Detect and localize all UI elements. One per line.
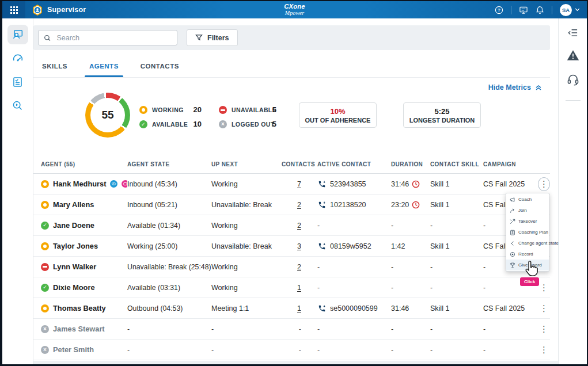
- contacts-count-link[interactable]: 3: [297, 242, 301, 250]
- contacts-cell: 2: [282, 201, 312, 209]
- contact-skill-cell: -: [426, 325, 481, 333]
- agent-row[interactable]: ×James Stewart-------⋮: [33, 319, 550, 340]
- agent-row[interactable]: Mary AllensInbound (05:21)Unavailable: B…: [33, 195, 550, 215]
- agent-status-working-icon: [41, 201, 49, 209]
- row-actions-menu-button[interactable]: ⋮: [538, 281, 550, 295]
- voice-connection-button[interactable]: [567, 73, 579, 86]
- contacts-count-link[interactable]: 2: [297, 201, 301, 209]
- row-actions-menu-button[interactable]: ⋮: [538, 302, 550, 315]
- contact-skill-cell: -: [426, 284, 481, 292]
- menu-item-give-award[interactable]: Give Award: [506, 260, 549, 270]
- sidebar-item-search-recordings[interactable]: [7, 96, 28, 115]
- contacts-count-link[interactable]: 1: [297, 284, 301, 292]
- window-frame: Supervisor CXone Mpower ? SA: [0, 0, 588, 366]
- column-agent[interactable]: AGENT (55): [41, 161, 127, 167]
- active-contact-cell: -: [312, 263, 390, 271]
- active-contact-cell: 102138520: [312, 201, 390, 209]
- menu-item-takeover[interactable]: Takeover: [506, 216, 549, 227]
- tab-agents[interactable]: AGENTS: [82, 55, 126, 77]
- coaching-plan-icon: [510, 230, 515, 235]
- agent-name: Taylor Jones: [53, 242, 98, 250]
- column-contact-skill[interactable]: CONTACT SKILL: [426, 161, 481, 167]
- column-contacts[interactable]: CONTACTS: [282, 161, 312, 167]
- duration-cell: 31:46: [390, 180, 426, 188]
- column-active-contact[interactable]: ACTIVE CONTACT: [312, 161, 390, 167]
- agent-state-cell: Inbound (45:34): [127, 180, 211, 188]
- column-duration[interactable]: DURATION: [390, 161, 426, 167]
- phone-inbound-icon: [317, 201, 327, 209]
- menu-item-record[interactable]: Record: [506, 249, 549, 260]
- phone-inbound-icon: [317, 242, 327, 250]
- user-menu-button[interactable]: SA: [560, 4, 580, 16]
- screen-share-icon: [519, 6, 528, 14]
- app-launcher-button[interactable]: [2, 1, 25, 18]
- column-up-next[interactable]: UP NEXT: [211, 161, 282, 167]
- takeover-arrow-icon: [510, 219, 515, 224]
- agent-row[interactable]: Lynn WalkerUnavailable: Break (25:48)Wor…: [33, 257, 550, 277]
- menu-item-coach[interactable]: Coach: [506, 194, 549, 205]
- record-icon: [510, 251, 515, 257]
- contacts-count-link[interactable]: 2: [297, 263, 301, 271]
- megaphone-icon: [510, 197, 515, 203]
- active-contact-cell: -: [312, 284, 390, 292]
- contacts-count-link[interactable]: 2: [297, 222, 301, 230]
- help-button[interactable]: ?: [495, 6, 503, 14]
- active-contact-number: 102138520: [330, 201, 366, 209]
- top-bar-actions: ? SA: [495, 4, 587, 16]
- sidebar-item-dashboard[interactable]: [7, 48, 28, 68]
- menu-item-change-agent-state[interactable]: Change agent state: [506, 238, 549, 249]
- row-actions-menu-button[interactable]: ⋮: [538, 177, 550, 191]
- contacts-count-link[interactable]: 1: [297, 304, 301, 312]
- agent-row[interactable]: ✓Dixie MooreAvailable (03:31)Working1---…: [33, 277, 550, 298]
- agent-row[interactable]: Thomas BeattyOutbound (04:53)Meeting 1:1…: [33, 298, 550, 319]
- screen-share-button[interactable]: [519, 6, 528, 14]
- agent-row[interactable]: Taylor JonesWorking (25:00)Unavailable: …: [33, 236, 550, 257]
- contact-skill-cell: Skill 1: [426, 180, 481, 188]
- agent-name: Peter Smith: [53, 345, 94, 354]
- contacts-cell: 2: [282, 263, 312, 271]
- sidebar-item-agent-monitoring[interactable]: [7, 25, 28, 44]
- sidebar-item-reports[interactable]: [7, 72, 28, 92]
- up-next-cell: Working: [211, 180, 282, 188]
- tab-skills[interactable]: SKILLS: [35, 55, 75, 77]
- agent-row[interactable]: ✓Jane DoeneAvailable (01:34)Working2----…: [33, 215, 550, 236]
- legend-logged-out-value: 5: [263, 120, 276, 128]
- contact-skill-cell: Skill 1: [426, 201, 481, 209]
- adherence-value: 10%: [330, 107, 345, 116]
- column-agent-state[interactable]: AGENT STATE: [127, 161, 211, 167]
- tab-contacts[interactable]: CONTACTS: [133, 55, 187, 77]
- row-actions-cell: ⋮: [536, 177, 550, 191]
- column-campaign[interactable]: CAMPAIGN: [481, 161, 536, 167]
- up-next-cell: Unavailable: Break: [211, 201, 282, 209]
- search-box[interactable]: [38, 30, 177, 45]
- click-annotation-badge: Click: [520, 277, 539, 286]
- collapse-panel-button[interactable]: [567, 28, 578, 37]
- main-content: Filters SKILLS AGENTS CONTACTS 55 WORKIN…: [33, 18, 558, 364]
- longest-duration-value: 5:25: [434, 107, 449, 116]
- menu-item-coaching-plan[interactable]: Coaching Plan: [506, 227, 549, 238]
- agents-table-body: Hank MedhurstInbound (45:34)Working75239…: [33, 174, 550, 361]
- logged-out-status-icon: ×: [219, 120, 227, 128]
- up-next-cell: Working: [211, 222, 282, 230]
- agent-status-working-icon: [41, 180, 49, 188]
- alerts-button[interactable]: [567, 49, 579, 61]
- contacts-cell: -: [282, 325, 312, 333]
- agent-row[interactable]: ×Peter Smith-------⋮: [33, 340, 550, 360]
- dashboard-gauge-icon: [12, 52, 24, 64]
- agent-row[interactable]: Hank MedhurstInbound (45:34)Working75239…: [33, 174, 550, 195]
- search-icon: [44, 34, 51, 42]
- monitoring-icon: [110, 180, 117, 188]
- agent-name-cell: ×Peter Smith: [41, 345, 127, 354]
- active-contact-cell: -: [312, 222, 390, 230]
- hide-metrics-button[interactable]: Hide Metrics: [488, 83, 542, 92]
- active-contact-number: 08159w5952: [330, 242, 371, 250]
- notifications-button[interactable]: [536, 6, 544, 14]
- search-input[interactable]: [55, 33, 172, 43]
- row-actions-menu-button[interactable]: ⋮: [538, 343, 550, 357]
- contacts-count-link[interactable]: 7: [297, 180, 301, 188]
- row-actions-menu-button[interactable]: ⋮: [538, 322, 550, 336]
- menu-item-join[interactable]: Join: [506, 205, 549, 216]
- help-icon: ?: [495, 6, 503, 14]
- filters-button[interactable]: Filters: [187, 29, 238, 46]
- cxone-mpower-logo: CXone Mpower: [284, 3, 305, 17]
